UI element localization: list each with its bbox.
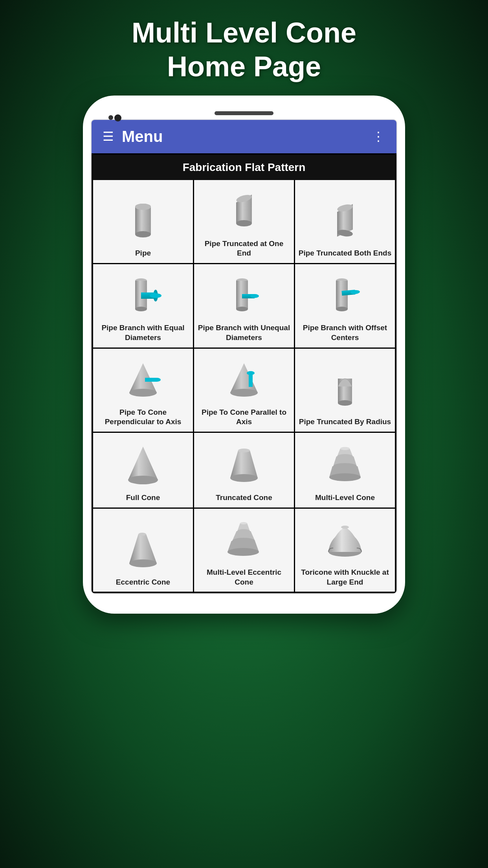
speaker xyxy=(215,111,273,115)
camera xyxy=(114,114,121,121)
phone-screen: ☰ Menu ⋮ Fabrication Flat Pattern xyxy=(91,119,397,594)
grid-item-pipe-truncated-both[interactable]: Pipe Truncated Both Ends xyxy=(295,180,395,263)
grid-item-eccentric-cone[interactable]: Eccentric Cone xyxy=(93,509,193,592)
svg-point-42 xyxy=(340,447,350,450)
item-label-full-cone: Full Cone xyxy=(126,493,160,503)
svg-point-39 xyxy=(230,474,258,482)
svg-marker-38 xyxy=(230,451,258,478)
svg-point-59 xyxy=(341,526,349,529)
phone-frame: ☰ Menu ⋮ Fabrication Flat Pattern xyxy=(83,96,405,614)
more-options-icon[interactable]: ⋮ xyxy=(372,129,385,144)
grid-item-pipe-branch-offset[interactable]: Pipe Branch with Offset Centers xyxy=(295,264,395,347)
grid-item-pipe-branch-unequal[interactable]: Pipe Branch with Unequal Diameters xyxy=(194,264,294,347)
svg-rect-1 xyxy=(135,207,151,234)
hamburger-icon[interactable]: ☰ xyxy=(103,130,114,143)
svg-point-3 xyxy=(135,204,151,210)
svg-point-57 xyxy=(227,548,259,556)
svg-point-18 xyxy=(236,307,248,311)
svg-point-31 xyxy=(230,389,258,397)
svg-marker-48 xyxy=(129,534,157,563)
svg-point-35 xyxy=(338,400,352,406)
grid-item-pipe-cone-perp[interactable]: Pipe To Cone Perpendicular to Axis xyxy=(93,349,193,432)
grid-item-pipe-cone-parallel[interactable]: Pipe To Cone Parallel to Axis xyxy=(194,349,294,432)
item-label-pipe-cone-parallel: Pipe To Cone Parallel to Axis xyxy=(197,408,291,427)
camera-dot xyxy=(108,115,113,120)
svg-point-33 xyxy=(247,371,255,375)
grid-item-full-cone[interactable]: Full Cone xyxy=(93,433,193,508)
grid-item-multi-level-cone[interactable]: Multi-Level Cone xyxy=(295,433,395,508)
section-title: Fabrication Flat Pattern xyxy=(93,155,395,180)
svg-marker-36 xyxy=(128,447,158,480)
svg-point-40 xyxy=(238,449,250,452)
svg-point-23 xyxy=(336,307,348,311)
grid-item-truncated-cone[interactable]: Truncated Cone xyxy=(194,433,294,508)
page-title: Multi Level Cone Home Page xyxy=(132,16,356,84)
item-label-pipe-branch-offset: Pipe Branch with Offset Centers xyxy=(298,323,392,342)
grid-item-toricone[interactable]: Toricone with Knuckle at Large End xyxy=(295,509,395,592)
grid-item-pipe-truncated-one[interactable]: Pipe Truncated at One End xyxy=(194,180,294,263)
item-label-toricone: Toricone with Knuckle at Large End xyxy=(298,568,392,587)
item-label-pipe-branch-unequal: Pipe Branch with Unequal Diameters xyxy=(197,323,291,342)
svg-point-20 xyxy=(250,294,259,298)
svg-rect-32 xyxy=(249,373,253,387)
item-label-pipe: Pipe xyxy=(135,248,151,258)
svg-point-29 xyxy=(153,378,161,382)
grid-item-pipe-truncated-radius[interactable]: Pipe Truncated By Radius xyxy=(295,349,395,432)
svg-point-27 xyxy=(129,389,157,397)
svg-point-47 xyxy=(329,473,361,481)
grid-item-pipe[interactable]: Pipe xyxy=(93,180,193,263)
svg-point-5 xyxy=(236,220,252,226)
header-title: Menu xyxy=(122,128,163,145)
content-area: Fabrication Flat Pattern xyxy=(92,153,396,594)
item-label-pipe-truncated-both: Pipe Truncated Both Ends xyxy=(299,248,391,258)
app-header: ☰ Menu ⋮ xyxy=(92,120,396,153)
svg-point-15 xyxy=(150,293,161,298)
grid-item-pipe-branch-equal[interactable]: Pipe Branch with Equal Diameters xyxy=(93,264,193,347)
svg-point-12 xyxy=(135,307,147,311)
svg-marker-30 xyxy=(230,363,258,393)
item-label-multi-level-eccentric: Multi-Level Eccentric Cone xyxy=(197,568,291,587)
item-label-multi-level-cone: Multi-Level Cone xyxy=(315,493,375,503)
item-label-pipe-truncated-one: Pipe Truncated at One End xyxy=(197,239,291,258)
item-label-pipe-truncated-radius: Pipe Truncated By Radius xyxy=(299,417,391,427)
svg-point-50 xyxy=(138,533,146,536)
svg-point-52 xyxy=(240,522,247,524)
svg-point-49 xyxy=(129,559,157,567)
item-label-eccentric-cone: Eccentric Cone xyxy=(116,577,170,587)
items-grid: Pipe xyxy=(93,180,395,592)
item-label-truncated-cone: Truncated Cone xyxy=(216,493,272,503)
item-label-pipe-cone-perp: Pipe To Cone Perpendicular to Axis xyxy=(96,408,190,427)
svg-point-2 xyxy=(135,231,151,237)
svg-point-37 xyxy=(128,476,158,484)
grid-item-multi-level-eccentric[interactable]: Multi-Level Eccentric Cone xyxy=(194,509,294,592)
item-label-pipe-branch-equal: Pipe Branch with Equal Diameters xyxy=(96,323,190,342)
